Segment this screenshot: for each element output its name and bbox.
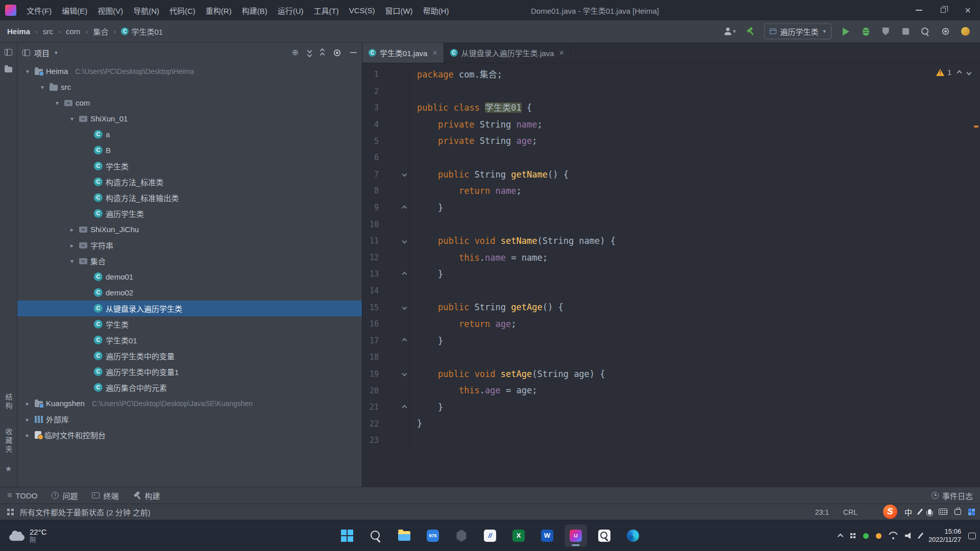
notification-icon[interactable]	[968, 533, 976, 539]
chevron-up-icon[interactable]	[838, 534, 843, 539]
menu-item-11[interactable]: 帮助(H)	[418, 0, 454, 20]
tool-window-button-1[interactable]: 问题	[52, 490, 78, 501]
grid-blue-icon[interactable]	[968, 509, 975, 515]
code-line-4[interactable]: 4 private String name;	[362, 116, 980, 133]
line-ending[interactable]: CRL	[843, 508, 857, 516]
mic-icon[interactable]	[928, 509, 932, 515]
fold-up-icon[interactable]	[379, 333, 410, 349]
code-line-20[interactable]: 20 this.age = age;	[362, 382, 980, 399]
tree-item-22[interactable]: ▸外部库	[17, 411, 362, 427]
pen-icon[interactable]	[917, 509, 923, 515]
wifi-icon[interactable]	[889, 532, 898, 539]
code-line-23[interactable]: 23	[362, 432, 980, 449]
warning-indicator[interactable]: 1	[936, 68, 951, 77]
stripe-label-1[interactable]: 收藏夹	[4, 428, 14, 454]
chevron-collapsed-icon[interactable]: ▸	[23, 416, 32, 423]
tree-item-2[interactable]: ▾com	[17, 95, 362, 111]
chevron-collapsed-icon[interactable]: ▸	[23, 400, 32, 407]
volume-icon[interactable]	[905, 533, 913, 539]
menu-item-4[interactable]: 代码(C)	[164, 0, 201, 20]
tool-window-button-2[interactable]: 终端	[92, 490, 118, 501]
fold-down-icon[interactable]	[379, 166, 410, 183]
search-everywhere-button[interactable]	[920, 25, 931, 38]
tray-grid-icon[interactable]	[850, 533, 856, 539]
code-line-8[interactable]: 8 return name;	[362, 183, 980, 199]
event-log-button[interactable]: 事件日志	[932, 490, 973, 501]
tray-green-icon[interactable]	[863, 533, 869, 539]
tree-item-17[interactable]: C学生类01	[17, 332, 362, 348]
menu-item-2[interactable]: 视图(V)	[92, 0, 128, 20]
folder-tool-icon[interactable]	[5, 67, 12, 72]
taskbar-app-edge[interactable]	[622, 524, 644, 547]
fold-down-icon[interactable]	[379, 366, 410, 383]
prev-warning-icon[interactable]	[957, 70, 962, 75]
code-line-10[interactable]: 10	[362, 216, 980, 233]
chevron-down-icon[interactable]: ▾	[55, 49, 58, 56]
expand-all-icon[interactable]	[308, 49, 311, 57]
taskbar-app-dictionary[interactable]	[593, 524, 616, 547]
tree-item-13[interactable]: Cdemo01	[17, 269, 362, 285]
breadcrumb-item-3[interactable]: 集合	[91, 25, 110, 38]
taskbar-app-hexagon-app[interactable]	[450, 524, 473, 547]
restore-button[interactable]	[931, 0, 955, 20]
taskbar-app-excel[interactable]: X	[507, 524, 530, 547]
chevron-collapsed-icon[interactable]: ▸	[68, 226, 76, 233]
toolbox-icon[interactable]	[954, 509, 961, 515]
coverage-button[interactable]	[880, 25, 891, 38]
project-panel-title[interactable]: 项目	[34, 47, 50, 58]
code-line-21[interactable]: 21 }	[362, 399, 980, 416]
code-line-7[interactable]: 7 public String getName() {	[362, 166, 980, 183]
fold-down-icon[interactable]	[379, 299, 410, 316]
code-line-1[interactable]: 1package com.集合;	[362, 66, 980, 83]
settings-button[interactable]	[940, 25, 951, 38]
tree-item-20[interactable]: C遍历集合中的元素	[17, 380, 362, 395]
code-line-17[interactable]: 17 }	[362, 333, 980, 349]
run-configuration-select[interactable]: 遍历学生类 ▾	[764, 23, 831, 39]
taskbar-app-slashes-app[interactable]	[479, 524, 501, 547]
tree-item-5[interactable]: CB	[17, 142, 362, 158]
code-line-5[interactable]: 5 private String age;	[362, 133, 980, 149]
taskbar-app-intellij[interactable]: IJ	[565, 524, 587, 547]
chevron-expanded-icon[interactable]: ▾	[23, 68, 32, 75]
tree-item-23[interactable]: ▸临时文件和控制台	[17, 427, 362, 443]
menu-item-6[interactable]: 构建(B)	[237, 0, 273, 20]
tree-item-14[interactable]: Cdemo02	[17, 285, 362, 300]
tool-window-switcher-icon[interactable]	[7, 509, 14, 515]
tree-item-12[interactable]: ▾集合	[17, 253, 362, 269]
next-warning-icon[interactable]	[967, 70, 972, 75]
code-line-19[interactable]: 19 public void setAge(String age) {	[362, 366, 980, 383]
fold-down-icon[interactable]	[379, 233, 410, 249]
code-line-14[interactable]: 14	[362, 283, 980, 299]
code-line-18[interactable]: 18	[362, 349, 980, 366]
chevron-expanded-icon[interactable]: ▾	[68, 258, 76, 265]
menu-item-1[interactable]: 编辑(E)	[57, 0, 92, 20]
menu-item-10[interactable]: 窗口(W)	[380, 0, 418, 20]
fold-up-icon[interactable]	[379, 266, 410, 283]
tree-item-19[interactable]: C遍历学生类中的变量1	[17, 364, 362, 380]
tree-item-18[interactable]: C遍历学生类中的变量	[17, 348, 362, 364]
tree-item-4[interactable]: Ca	[17, 127, 362, 142]
build-project-button[interactable]	[744, 25, 755, 38]
tree-item-1[interactable]: ▾src	[17, 79, 362, 95]
locate-file-icon[interactable]: ⊕	[292, 48, 299, 57]
tool-window-button-0[interactable]: TODO	[7, 491, 37, 500]
editor-tab-0[interactable]: C学生类01.java×	[362, 43, 444, 63]
taskbar-clock[interactable]: 15:06 2022/11/27	[928, 528, 961, 544]
menu-item-5[interactable]: 重构(R)	[201, 0, 237, 20]
run-button[interactable]	[840, 25, 851, 38]
tray-orange-icon[interactable]	[876, 533, 881, 539]
stripe-label-0[interactable]: 结构	[4, 393, 14, 411]
ime-mode-indicator[interactable]: 中	[904, 507, 912, 517]
stop-button[interactable]	[900, 25, 911, 38]
fold-up-icon[interactable]	[379, 199, 410, 216]
taskbar-app-file-explorer[interactable]	[393, 524, 415, 547]
hide-panel-icon[interactable]	[350, 52, 357, 53]
tree-item-10[interactable]: ▸ShiXun_JiChu	[17, 221, 362, 237]
tray-pen-icon[interactable]	[918, 533, 923, 539]
taskbar-app-search-app[interactable]	[364, 524, 387, 547]
breadcrumb-item-2[interactable]: com	[64, 26, 82, 37]
debug-button[interactable]	[860, 25, 871, 38]
code-line-16[interactable]: 16 return age;	[362, 316, 980, 333]
taskbar-app-windows-start[interactable]	[336, 524, 358, 547]
profile-button[interactable]	[960, 25, 971, 38]
